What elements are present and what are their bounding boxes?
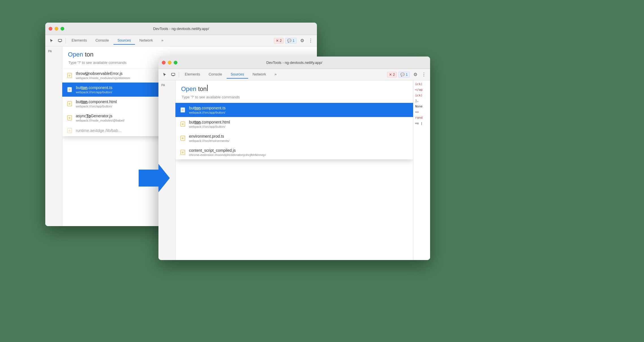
traffic-lights-fg [162, 61, 177, 64]
file-icon-2-bg [67, 87, 72, 92]
tab-network-fg[interactable]: Network [249, 70, 270, 79]
result-name-3-bg: button.component.html [76, 99, 117, 104]
result-info-4-bg: asyncToGenerator.js webpack:///node_modu… [76, 114, 124, 122]
svg-rect-1 [59, 42, 61, 42]
tab-network-bg[interactable]: Network [136, 36, 157, 45]
close-button-fg[interactable] [162, 61, 166, 64]
svg-rect-4 [172, 75, 174, 76]
panel-area-fg: Pa Open ton Type '?' to see available co… [158, 80, 430, 260]
command-prefix-bg: Open [68, 51, 83, 58]
code-line-1: ick) [415, 81, 428, 87]
command-input-area-fg[interactable]: Open ton Type '?' to see available comma… [175, 80, 413, 103]
file-icon-3-fg [180, 135, 186, 141]
result-path-1-fg: webpack:///src/app/button/ [189, 111, 226, 114]
message-count-fg: 1 [406, 73, 408, 77]
error-icon-fg: ✕ [389, 73, 392, 77]
result-path-3-fg: webpack:///src/environments/ [189, 139, 229, 142]
more-icon-bg[interactable]: ⋮ [307, 37, 315, 45]
file-icon-2-fg [180, 121, 186, 127]
result-path-2-fg: webpack:///src/app/button/ [189, 125, 230, 128]
tab-elements-fg[interactable]: Elements [181, 70, 204, 79]
svg-rect-0 [58, 39, 62, 42]
more-icon-fg[interactable]: ⋮ [420, 71, 428, 79]
result-name-4-fg: content_script_compiled.js [189, 148, 266, 153]
toolbar-separator-fg [179, 72, 179, 77]
command-results-fg: button.component.ts webpack:///src/app/b… [175, 103, 413, 159]
code-line-6: => [415, 109, 428, 115]
tab-sources-bg[interactable]: Sources [113, 36, 135, 45]
result-item-2-fg[interactable]: button.component.html webpack:///src/app… [175, 117, 413, 131]
command-cursor-fg [207, 85, 208, 91]
code-line-8: +x | [415, 121, 428, 126]
device-icon[interactable] [56, 37, 64, 45]
result-item-1-fg[interactable]: button.component.ts webpack:///src/app/b… [175, 103, 413, 117]
code-line-7: rand [415, 115, 428, 121]
error-count-fg: 2 [393, 73, 395, 77]
cursor-icon-fg[interactable] [161, 71, 169, 79]
result-info-2-fg: button.component.html webpack:///src/app… [189, 120, 230, 128]
toolbar-bg: Elements Console Sources Network » ✕ 2 💬… [45, 35, 317, 46]
file-icon-1-bg [67, 73, 72, 78]
cursor-icon[interactable] [48, 37, 55, 45]
traffic-lights-bg [49, 27, 64, 31]
blue-arrow [139, 164, 170, 193]
message-badge-fg[interactable]: 💬 1 [398, 72, 410, 77]
tab-sources-fg[interactable]: Sources [227, 70, 248, 79]
tab-console-fg[interactable]: Console [205, 70, 226, 79]
code-line-2: </ap [415, 87, 428, 93]
command-prefix-fg: Open [181, 85, 196, 93]
result-info-2-bg: button.component.ts webpack:///src/app/b… [76, 85, 112, 94]
toolbar-separator [66, 38, 66, 44]
settings-icon-bg[interactable]: ⚙ [298, 37, 306, 45]
code-line-4: ], [415, 98, 428, 104]
settings-icon-fg[interactable]: ⚙ [411, 71, 419, 79]
result-name-1-fg: button.component.ts [189, 106, 226, 110]
svg-rect-3 [171, 73, 175, 75]
result-path-1-bg: webpack:///node_modules/rxjs/dist/esm [76, 76, 130, 80]
minimize-button-fg[interactable] [168, 61, 171, 64]
window-title-fg: DevTools - ng-devtools.netlify.app/ [266, 60, 322, 65]
message-icon-bg: 💬 [287, 39, 291, 43]
code-line-5: None [415, 104, 428, 109]
result-info-3-fg: environment.prod.ts webpack:///src/envir… [189, 134, 229, 142]
tab-more-fg[interactable]: » [271, 70, 280, 79]
main-panel-fg: Open ton Type '?' to see available comma… [175, 80, 413, 260]
result-path-4-fg: chrome-extension://noondiphcddnnabmjcihc… [189, 153, 266, 157]
file-icon-4-bg [67, 115, 72, 121]
maximize-button-bg[interactable] [61, 27, 64, 31]
command-palette-fg: Open ton Type '?' to see available comma… [175, 80, 413, 159]
error-icon-bg: ✕ [276, 39, 279, 43]
error-badge-bg[interactable]: ✕ 2 [274, 38, 284, 44]
result-path-2-bg: webpack:///src/app/button/ [76, 90, 112, 94]
file-icon-1-fg [180, 107, 186, 113]
result-name-1-bg: throwUnobservableError.js [76, 71, 130, 76]
result-name-3-fg: environment.prod.ts [189, 134, 229, 138]
result-name-2-fg: button.component.html [189, 120, 230, 124]
file-icon-5-bg [67, 128, 72, 133]
device-icon-fg[interactable] [169, 71, 177, 79]
close-button-bg[interactable] [49, 27, 52, 31]
code-line-3: ick) [415, 93, 428, 98]
maximize-button-fg[interactable] [174, 61, 177, 64]
result-info-1-fg: button.component.ts webpack:///src/app/b… [189, 106, 226, 114]
titlebar-fg: DevTools - ng-devtools.netlify.app/ [158, 57, 430, 69]
minimize-button-bg[interactable] [55, 27, 58, 31]
right-code-panel: ick) </ap ick) ], None => rand +x | [413, 80, 430, 260]
titlebar-bg: DevTools - ng-devtools.netlify.app/ [45, 23, 317, 35]
tab-more-bg[interactable]: » [157, 36, 167, 45]
tab-console-bg[interactable]: Console [91, 36, 113, 45]
svg-marker-2 [139, 164, 170, 192]
command-input-line-fg: Open ton [181, 85, 407, 93]
result-item-3-fg[interactable]: environment.prod.ts webpack:///src/envir… [175, 131, 413, 145]
error-badge-fg[interactable]: ✕ 2 [387, 72, 397, 77]
message-count-bg: 1 [293, 39, 295, 43]
tab-elements-bg[interactable]: Elements [68, 36, 91, 45]
error-count-bg: 2 [280, 39, 282, 43]
result-name-2-bg: button.component.ts [76, 85, 112, 90]
result-name-4-bg: asyncToGenerator.js [76, 114, 124, 118]
result-path-3-bg: webpack:///src/app/button/ [76, 105, 117, 108]
file-icon-3-bg [67, 101, 72, 107]
message-badge-bg[interactable]: 💬 1 [285, 38, 297, 44]
devtools-window-foreground: DevTools - ng-devtools.netlify.app/ Elem… [158, 57, 430, 260]
result-item-4-fg[interactable]: content_script_compiled.js chrome-extens… [175, 145, 413, 159]
